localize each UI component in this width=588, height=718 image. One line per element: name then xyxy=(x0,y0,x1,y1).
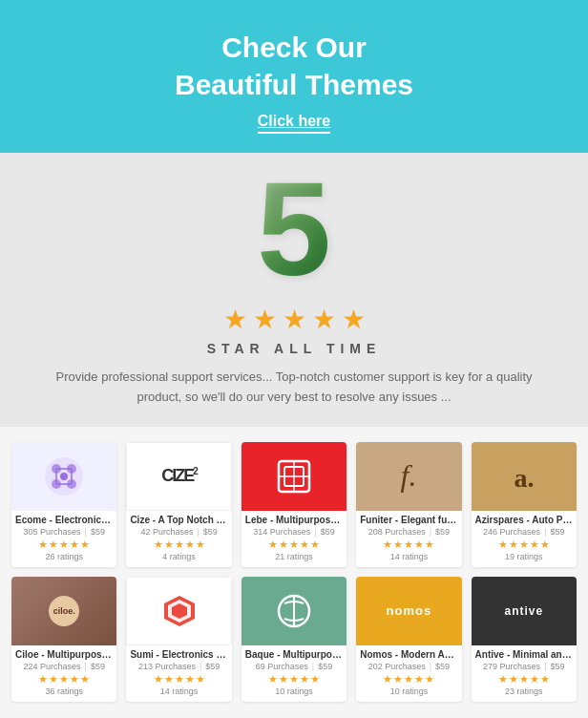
product-info-antive: Antive - Minimal and ... 279 Purchases |… xyxy=(472,645,577,702)
star-3: ★ xyxy=(283,304,306,335)
product-thumb-lebe xyxy=(242,442,346,511)
product-card-ecome[interactable]: Ecome - Electronics S... 305 Purchases |… xyxy=(11,442,116,567)
product-card-nomos[interactable]: nomos Nomos - Modern AJA... 202 Purchase… xyxy=(356,577,461,702)
product-name: Cize - A Top Notch Th... xyxy=(130,515,227,525)
product-thumb-ecome xyxy=(11,442,116,511)
product-card-ciloe[interactable]: ciloe. Ciloe - Multipurpose ... 224 Purc… xyxy=(11,577,116,702)
product-info-lebe: Lebe - Multipurpose ... 314 Purchases | … xyxy=(242,511,346,567)
antive-logo-text: antive xyxy=(504,604,543,618)
products-section: Ecome - Electronics S... 305 Purchases |… xyxy=(0,427,588,718)
nomos-logo-text: nomos xyxy=(387,603,432,618)
product-ratings: 23 ratings xyxy=(475,686,573,696)
product-name: Baque - Multipurpose ... xyxy=(245,649,343,660)
product-ratings: 4 ratings xyxy=(130,552,227,561)
product-ratings: 21 ratings xyxy=(245,552,343,561)
product-stars: ★★★★★ xyxy=(245,538,343,551)
product-info-sumi: Sumi - Electronics Wo... 213 Purchases |… xyxy=(126,645,231,702)
product-meta: 305 Purchases | $59 xyxy=(15,527,113,537)
product-name: Ecome - Electronics S... xyxy=(15,515,113,525)
product-card-azirspares[interactable]: a. Azirspares - Auto Part... 246 Purchas… xyxy=(472,442,577,567)
product-name: Azirspares - Auto Part... xyxy=(475,515,573,525)
azirspares-logo-icon: a. xyxy=(503,455,545,497)
product-thumb-baque xyxy=(242,577,346,645)
funiter-logo-icon: f. xyxy=(388,455,430,497)
product-card-lebe[interactable]: Lebe - Multipurpose ... 314 Purchases | … xyxy=(242,442,346,567)
product-meta: 246 Purchases | $59 xyxy=(475,527,573,537)
star-2: ★ xyxy=(253,304,277,335)
product-ratings: 14 ratings xyxy=(360,552,457,561)
star-4: ★ xyxy=(312,304,336,335)
ciloe-logo-text: ciloe. xyxy=(49,596,79,626)
product-stars: ★★★★★ xyxy=(15,538,113,551)
product-ratings: 36 ratings xyxy=(15,686,113,696)
header-section: Check Our Beautiful Themes Click here xyxy=(0,0,588,153)
product-info-ciloe: Ciloe - Multipurpose ... 224 Purchases |… xyxy=(11,645,116,702)
product-thumb-cize: CIZE2 xyxy=(126,442,231,511)
product-card-cize[interactable]: CIZE2 Cize - A Top Notch Th... 42 Purcha… xyxy=(126,442,231,567)
sumi-logo-icon xyxy=(158,590,200,632)
product-info-nomos: Nomos - Modern AJA... 202 Purchases | $5… xyxy=(356,645,461,702)
product-meta: 42 Purchases | $59 xyxy=(130,527,227,537)
product-meta: 314 Purchases | $59 xyxy=(245,527,343,537)
product-thumb-ciloe: ciloe. xyxy=(11,577,116,645)
product-stars: ★★★★★ xyxy=(130,673,227,686)
product-name: Sumi - Electronics Wo... xyxy=(130,649,227,660)
product-card-antive[interactable]: antive Antive - Minimal and ... 279 Purc… xyxy=(472,577,577,702)
star-all-time-label: STAR ALL TIME xyxy=(19,341,569,356)
product-info-funiter: Funiter - Elegant furni... 208 Purchases… xyxy=(356,511,461,567)
star-5: ★ xyxy=(342,304,366,335)
product-stars: ★★★★★ xyxy=(130,538,227,551)
star-1: ★ xyxy=(223,304,247,335)
svg-text:a.: a. xyxy=(514,463,534,493)
svg-text:f.: f. xyxy=(401,458,417,493)
product-ratings: 14 ratings xyxy=(130,686,227,696)
product-meta: 224 Purchases | $59 xyxy=(15,662,113,671)
product-meta: 213 Purchases | $59 xyxy=(130,662,227,671)
product-stars: ★★★★★ xyxy=(360,538,457,551)
product-meta: 208 Purchases | $59 xyxy=(360,527,457,537)
header-title: Check Our Beautiful Themes xyxy=(19,29,569,103)
product-ratings: 26 ratings xyxy=(15,552,113,561)
product-name: Ciloe - Multipurpose ... xyxy=(15,649,113,660)
svg-point-5 xyxy=(60,473,68,480)
description-text: Provide professional support services...… xyxy=(55,368,533,408)
stars-row: ★ ★ ★ ★ ★ xyxy=(19,304,569,335)
product-stars: ★★★★★ xyxy=(475,538,573,551)
baque-logo-icon xyxy=(273,590,315,632)
ecome-logo-icon xyxy=(43,455,85,497)
product-card-baque[interactable]: Baque - Multipurpose ... 69 Purchases | … xyxy=(242,577,346,702)
product-info-ecome: Ecome - Electronics S... 305 Purchases |… xyxy=(11,511,116,567)
product-name: Funiter - Elegant furni... xyxy=(360,515,457,525)
product-name: Antive - Minimal and ... xyxy=(475,649,573,660)
click-here-link[interactable]: Click here xyxy=(258,113,330,134)
cize-logo-text: CIZE2 xyxy=(161,466,197,486)
five-section: 5 ★ ★ ★ ★ ★ STAR ALL TIME Provide profes… xyxy=(0,153,588,427)
product-stars: ★★★★★ xyxy=(15,673,113,686)
product-stars: ★★★★★ xyxy=(360,673,457,686)
product-card-funiter[interactable]: f. Funiter - Elegant furni... 208 Purcha… xyxy=(356,442,461,567)
lebe-logo-icon xyxy=(275,457,313,496)
product-thumb-antive: antive xyxy=(472,577,577,645)
product-thumb-nomos: nomos xyxy=(356,577,461,645)
products-row-2: ciloe. Ciloe - Multipurpose ... 224 Purc… xyxy=(11,577,577,702)
big-number: 5 xyxy=(257,162,331,296)
product-thumb-azirspares: a. xyxy=(472,442,577,511)
product-name: Lebe - Multipurpose ... xyxy=(245,515,343,525)
product-card-sumi[interactable]: Sumi - Electronics Wo... 213 Purchases |… xyxy=(126,577,231,702)
product-thumb-sumi xyxy=(126,577,231,645)
product-meta: 69 Purchases | $59 xyxy=(245,662,343,671)
products-row-1: Ecome - Electronics S... 305 Purchases |… xyxy=(11,442,577,567)
product-info-cize: Cize - A Top Notch Th... 42 Purchases | … xyxy=(126,511,231,567)
product-ratings: 10 ratings xyxy=(245,686,343,696)
product-info-baque: Baque - Multipurpose ... 69 Purchases | … xyxy=(242,645,346,702)
product-meta: 279 Purchases | $59 xyxy=(475,662,573,671)
product-ratings: 19 ratings xyxy=(475,552,573,561)
product-info-azirspares: Azirspares - Auto Part... 246 Purchases … xyxy=(472,511,577,567)
product-meta: 202 Purchases | $59 xyxy=(360,662,457,671)
product-stars: ★★★★★ xyxy=(475,673,573,686)
product-ratings: 10 ratings xyxy=(360,686,457,696)
product-thumb-funiter: f. xyxy=(356,442,461,511)
product-stars: ★★★★★ xyxy=(245,673,343,686)
product-name: Nomos - Modern AJA... xyxy=(360,649,457,660)
